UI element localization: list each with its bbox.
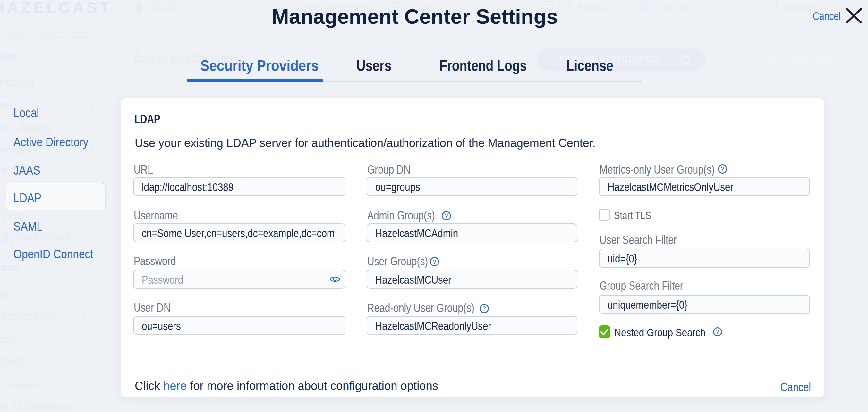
svg-text:?: ?: [444, 212, 448, 219]
svg-text:?: ?: [721, 166, 724, 172]
svg-text:?: ?: [716, 329, 719, 335]
svg-text:?: ?: [483, 305, 486, 312]
svg-text:?: ?: [433, 258, 436, 265]
